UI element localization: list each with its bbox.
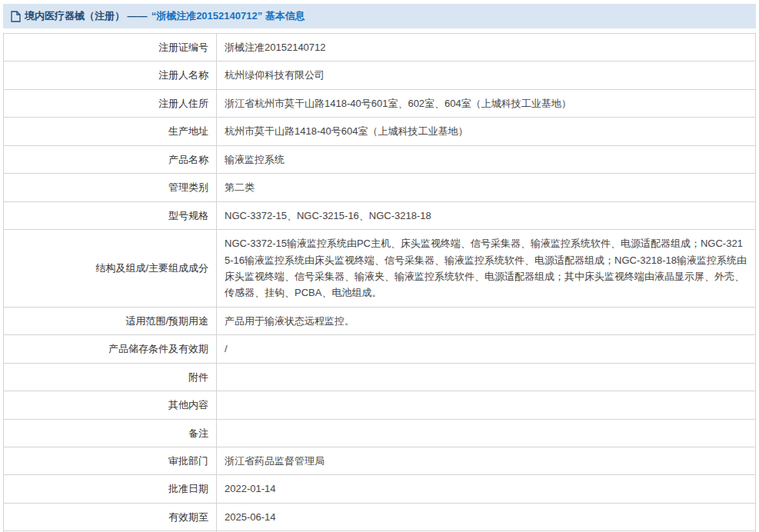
row-value: 浙江省杭州市莫干山路1418-40号601室、602室、604室（上城科技工业基…: [217, 89, 756, 117]
table-row: 型号规格 NGC-3372-15、NGC-3215-16、NGC-3218-18: [4, 201, 756, 229]
table-row: 产品名称 输液监控系统: [4, 145, 756, 173]
row-label: 注册人住所: [4, 89, 217, 117]
row-value: NGC-3372-15、NGC-3215-16、NGC-3218-18: [217, 201, 756, 229]
row-label: 结构及组成/主要组成成分: [4, 230, 217, 308]
page: 境内医疗器械（注册） —— “浙械注准20152140712” 基本信息 注册证…: [0, 0, 759, 532]
info-table: 注册证编号 浙械注准20152140712 注册人名称 杭州绿仰科技有限公司 注…: [3, 33, 756, 532]
row-value: 输液监控系统: [217, 145, 756, 173]
row-label: 附件: [4, 363, 217, 391]
table-row: 注册人住所 浙江省杭州市莫干山路1418-40号601室、602室、604室（上…: [4, 89, 756, 117]
table-row: 有效期至 2025-06-14: [4, 503, 756, 530]
row-value: 浙江省药品监督管理局: [217, 447, 756, 475]
table-row: 注册证编号 浙械注准20152140712: [4, 34, 756, 62]
row-value: [217, 363, 756, 391]
row-label: 备注: [4, 419, 217, 447]
table-row: 结构及组成/主要组成成分 NGC-3372-15输液监控系统由PC主机、床头监视…: [4, 230, 756, 308]
document-icon: [11, 11, 21, 22]
row-label: 适用范围/预期用途: [4, 307, 217, 334]
table-row: 生产地址 杭州市莫干山路1418-40号604室（上城科技工业基地）: [4, 118, 756, 145]
row-label: 有效期至: [4, 503, 217, 530]
row-value: 浙械注准20152140712: [217, 34, 756, 62]
row-label: 注册人名称: [4, 62, 217, 89]
row-value: 杭州绿仰科技有限公司: [217, 62, 756, 89]
row-label: 生产地址: [4, 118, 217, 145]
row-value: 2025-06-14: [217, 503, 756, 530]
table-row: 管理类别 第二类: [4, 174, 756, 201]
row-label: 审批部门: [4, 447, 217, 475]
row-value: 2022-01-14: [217, 475, 756, 503]
row-label: 型号规格: [4, 201, 217, 229]
row-value: 产品用于输液状态远程监控。: [217, 307, 756, 334]
table-row: 适用范围/预期用途 产品用于输液状态远程监控。: [4, 307, 756, 334]
table-row: 批准日期 2022-01-14: [4, 475, 756, 503]
row-value: [217, 419, 756, 447]
page-header: 境内医疗器械（注册） —— “浙械注准20152140712” 基本信息: [3, 4, 756, 28]
row-label: 管理类别: [4, 174, 217, 201]
row-value: NGC-3372-15输液监控系统由PC主机、床头监视终端、信号采集器、输液监控…: [217, 230, 756, 308]
row-value: [217, 391, 756, 419]
table-row: 注册人名称 杭州绿仰科技有限公司: [4, 62, 756, 89]
row-label: 注册证编号: [4, 34, 217, 62]
table-row: 审批部门 浙江省药品监督管理局: [4, 447, 756, 475]
row-label: 产品名称: [4, 145, 217, 173]
page-title: 境内医疗器械（注册） ——: [25, 9, 148, 23]
row-value: 第二类: [217, 174, 756, 201]
row-value: /: [217, 335, 756, 363]
row-value: 杭州市莫干山路1418-40号604室（上城科技工业基地）: [217, 118, 756, 145]
table-row: 产品储存条件及有效期 /: [4, 335, 756, 363]
row-label: 其他内容: [4, 391, 217, 419]
page-title-highlight: “浙械注准20152140712” 基本信息: [151, 9, 305, 23]
table-row: 备注: [4, 419, 756, 447]
row-label: 产品储存条件及有效期: [4, 335, 217, 363]
table-row: 其他内容: [4, 391, 756, 419]
row-label: 批准日期: [4, 475, 217, 503]
table-row: 附件: [4, 363, 756, 391]
